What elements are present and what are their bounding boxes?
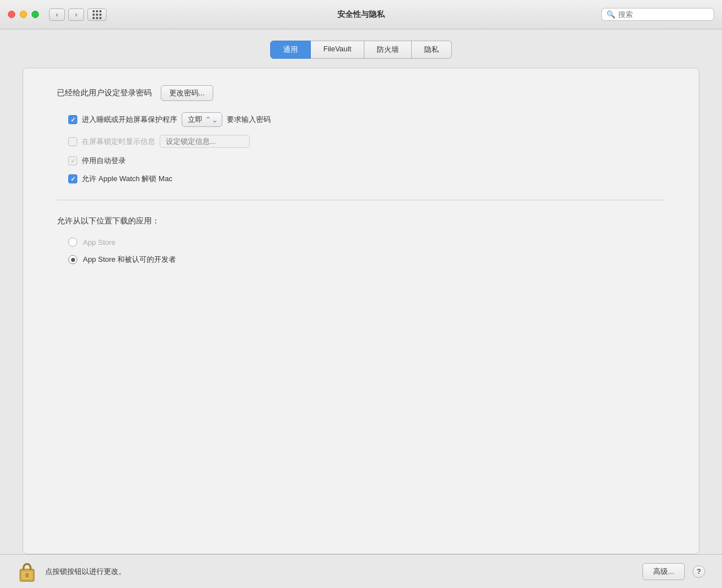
search-icon: 🔍 [606,10,615,19]
minimize-button[interactable] [20,11,27,18]
svg-rect-7 [20,578,34,580]
panel-spacer [57,265,665,537]
downloads-label: 允许从以下位置下载的应用： [57,216,665,226]
lock-message-input[interactable] [160,135,250,148]
sleep-checkbox-row: 进入睡眠或开始屏幕保护程序 立即 ⌃⌄ 要求输入密码 [68,112,665,127]
disable-autologin-row: 停用自动登录 [68,156,665,166]
section-divider [57,200,665,200]
svg-rect-6 [20,577,34,578]
window-title: 安全性与隐私 [337,10,385,20]
settings-panel: 已经给此用户设定登录密码 更改密码... 进入睡眠或开始屏幕保护程序 立即 ⌃⌄… [23,68,699,554]
checkboxes-section: 进入睡眠或开始屏幕保护程序 立即 ⌃⌄ 要求输入密码 在屏幕锁定时显示信息 停用… [68,112,665,184]
show-message-row: 在屏幕锁定时显示信息 [68,135,665,148]
radio-app-store-dev-row: App Store 和被认可的开发者 [68,254,665,265]
svg-rect-3 [20,571,34,572]
grid-icon [93,10,102,19]
require-password-label: 要求输入密码 [227,115,271,125]
disable-autologin-label: 停用自动登录 [82,156,126,166]
advanced-button[interactable]: 高级... [642,563,685,580]
radio-app-store-dev[interactable] [68,255,77,264]
tab-filevault[interactable]: FileVault [311,41,364,59]
sleep-checkbox[interactable] [68,115,77,124]
main-content: 通用 FileVault 防火墙 隐私 已经给此用户设定登录密码 更改密码...… [0,29,722,554]
apple-watch-row: 允许 Apple Watch 解锁 Mac [68,174,665,184]
maximize-button[interactable] [32,11,39,18]
close-button[interactable] [8,11,15,18]
lock-status-text: 点按锁按钮以进行更改。 [45,567,635,577]
forward-button[interactable]: › [68,8,84,21]
tab-general[interactable]: 通用 [270,41,311,59]
sleep-dropdown-value: 立即 [188,115,202,125]
search-box[interactable]: 🔍 [601,8,714,21]
svg-rect-4 [20,572,34,573]
radio-app-store-row: App Store [68,238,665,247]
search-input[interactable] [618,10,709,19]
password-row: 已经给此用户设定登录密码 更改密码... [57,85,665,101]
tab-firewall[interactable]: 防火墙 [364,41,412,59]
grid-view-button[interactable] [87,8,107,21]
bottom-bar: 点按锁按钮以进行更改。 高级... ? [0,554,722,588]
traffic-lights [8,11,39,18]
tab-bar: 通用 FileVault 防火墙 隐私 [23,41,699,59]
sleep-label: 进入睡眠或开始屏幕保护程序 [82,115,177,125]
tab-privacy[interactable]: 隐私 [412,41,452,59]
show-message-label: 在屏幕锁定时显示信息 [82,137,155,147]
dropdown-arrow-icon: ⌃⌄ [205,115,218,124]
password-label: 已经给此用户设定登录密码 [57,88,152,98]
apple-watch-checkbox[interactable] [68,174,77,183]
downloads-section: 允许从以下位置下载的应用： App Store App Store 和被认可的开… [57,216,665,265]
titlebar: ‹ › 安全性与隐私 🔍 [0,0,722,29]
back-button[interactable]: ‹ [49,8,65,21]
disable-autologin-checkbox[interactable] [68,156,77,165]
nav-buttons: ‹ › [49,8,84,21]
svg-rect-5 [20,574,34,576]
radio-app-store[interactable] [68,238,77,247]
radio-app-store-dev-label: App Store 和被认可的开发者 [83,254,176,265]
help-button[interactable]: ? [693,565,705,578]
lock-icon[interactable] [17,560,37,583]
radio-app-store-label: App Store [83,238,116,247]
sleep-dropdown[interactable]: 立即 ⌃⌄ [182,112,222,127]
show-message-checkbox[interactable] [68,137,77,146]
change-password-button[interactable]: 更改密码... [161,85,213,101]
apple-watch-label: 允许 Apple Watch 解锁 Mac [82,174,173,184]
